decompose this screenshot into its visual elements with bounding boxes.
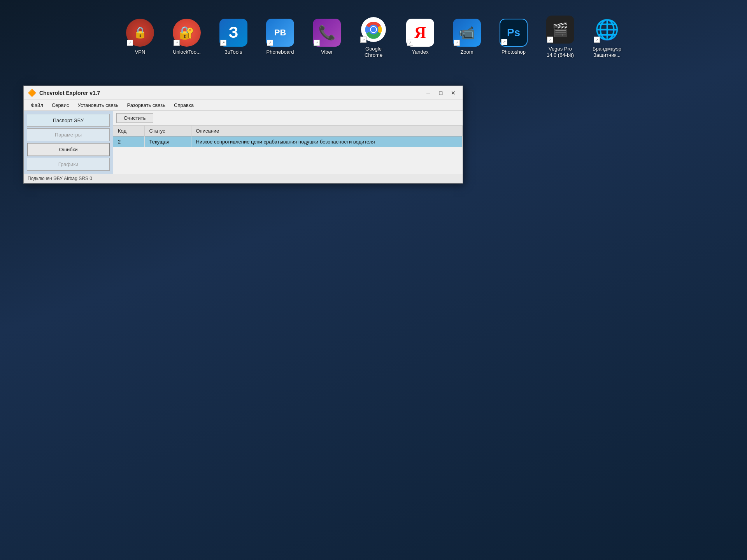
window-title-icon: 🔶	[28, 89, 36, 97]
viber-shortcut-arrow: ↗	[314, 40, 320, 46]
close-button[interactable]: ✕	[448, 89, 459, 97]
table-row[interactable]: 2 Текущая Низкое сопротивление цепи сраб…	[113, 136, 463, 147]
zoom-icon-img: 📹 ↗	[453, 19, 481, 47]
yandex-letter: Я	[414, 23, 426, 42]
sidebar-btn-params[interactable]: Параметры	[27, 128, 110, 141]
desktop-icon-yandex[interactable]: Я ↗ Yandex	[405, 19, 436, 55]
3utools-shortcut-arrow: ↗	[220, 40, 226, 46]
yandex-shortcut-arrow: ↗	[407, 40, 413, 46]
brandmauer-label: БрандмауэрЗащитник...	[593, 46, 621, 58]
clear-button[interactable]: Очистить	[116, 113, 153, 123]
zoom-label: Zoom	[460, 49, 473, 55]
desktop-icon-unlocktool[interactable]: 🔐 ↗ UnlockToo...	[171, 19, 202, 55]
unlocktool-icon-img: 🔐 ↗	[173, 19, 201, 47]
menu-file[interactable]: Файл	[27, 101, 47, 109]
chrome-label: GoogleChrome	[365, 46, 382, 58]
vegas-icon-img: 🎬 ↗	[546, 16, 574, 44]
viber-icon-img: 📞 ↗	[313, 19, 341, 47]
sidebar-btn-passport[interactable]: Паспорт ЭБУ	[27, 114, 110, 127]
menu-disconnect[interactable]: Разорвать связь	[123, 101, 169, 109]
desktop-icon-3utools[interactable]: З ↗ 3uTools	[218, 19, 249, 55]
desktop-icon-vegas[interactable]: 🎬 ↗ Vegas Pro14.0 (64-bit)	[545, 16, 576, 58]
chrome-icon-img: ↗	[359, 16, 388, 44]
zoom-shortcut-arrow: ↗	[454, 40, 460, 46]
menu-service[interactable]: Сервис	[48, 101, 73, 109]
3utools-icon-img: З ↗	[219, 19, 247, 47]
photoshop-icon-img: Ps ↗	[500, 19, 528, 47]
minimize-button[interactable]: ─	[423, 89, 434, 97]
status-bar: Подключен ЭБУ Airbag SRS 0	[24, 174, 463, 183]
window-titlebar: 🔶 Chevrolet Explorer v1.7 ─ □ ✕	[24, 86, 463, 100]
unlocktool-label: UnlockToo...	[173, 49, 201, 55]
maximize-button[interactable]: □	[435, 89, 446, 97]
desktop-icons-bar: 🔒 ↗ VPN 🔐 ↗ UnlockToo... З ↗ 3uTools PB …	[0, 12, 747, 62]
unlocktool-shortcut-arrow: ↗	[174, 40, 180, 46]
desktop-icon-viber[interactable]: 📞 ↗ Viber	[311, 19, 342, 55]
desktop-icon-photoshop[interactable]: Ps ↗ Photoshop	[498, 19, 529, 55]
sidebar: Паспорт ЭБУ Параметры Ошибки Графики	[24, 111, 113, 174]
brandmauer-icon-img: 🌐 ↗	[593, 16, 621, 44]
photoshop-shortcut-arrow: ↗	[501, 39, 507, 45]
sidebar-btn-errors[interactable]: Ошибки	[27, 143, 110, 156]
desktop-icon-phoneboard[interactable]: PB ↗ Phoneboard	[265, 19, 296, 55]
photoshop-label: Photoshop	[502, 49, 526, 55]
window-menubar: Файл Сервис Установить связь Разорвать с…	[24, 100, 463, 111]
cell-status: Текущая	[144, 136, 191, 147]
cell-code: 2	[113, 136, 144, 147]
sidebar-btn-graphs[interactable]: Графики	[27, 158, 110, 171]
errors-table: Код Статус Описание 2 Текущая Низкое соп…	[113, 126, 463, 147]
status-text: Подключен ЭБУ Airbag SRS 0	[28, 176, 92, 181]
app-window: 🔶 Chevrolet Explorer v1.7 ─ □ ✕ Файл Сер…	[23, 86, 463, 184]
col-header-description: Описание	[191, 126, 463, 136]
table-area[interactable]: Код Статус Описание 2 Текущая Низкое соп…	[113, 126, 463, 174]
yandex-icon-img: Я ↗	[406, 19, 434, 47]
cell-description: Низкое сопротивление цепи срабатывания п…	[191, 136, 463, 147]
phoneboard-icon-img: PB ↗	[266, 19, 294, 47]
desktop: 🔒 ↗ VPN 🔐 ↗ UnlockToo... З ↗ 3uTools PB …	[0, 0, 747, 560]
desktop-icon-brandmauer[interactable]: 🌐 ↗ БрандмауэрЗащитник...	[591, 16, 622, 58]
desktop-icon-vpn[interactable]: 🔒 ↗ VPN	[124, 19, 156, 55]
svg-point-3	[371, 27, 376, 32]
phoneboard-label: Phoneboard	[267, 49, 294, 55]
yandex-label: Yandex	[412, 49, 428, 55]
vegas-shortcut-arrow: ↗	[547, 37, 553, 43]
menu-connect[interactable]: Установить связь	[74, 101, 123, 109]
phoneboard-shortcut-arrow: ↗	[267, 40, 273, 46]
menu-help[interactable]: Справка	[170, 101, 198, 109]
window-controls: ─ □ ✕	[423, 89, 459, 97]
viber-label: Viber	[321, 49, 333, 55]
table-header-row: Код Статус Описание	[113, 126, 463, 136]
brandmauer-shortcut-arrow: ↗	[594, 37, 600, 43]
vpn-label: VPN	[135, 49, 146, 55]
desktop-icon-chrome[interactable]: ↗ GoogleChrome	[358, 16, 389, 58]
col-header-code: Код	[113, 126, 144, 136]
vegas-label: Vegas Pro14.0 (64-bit)	[547, 46, 574, 58]
desktop-icon-zoom[interactable]: 📹 ↗ Zoom	[451, 19, 482, 55]
content-toolbar: Очистить	[113, 111, 463, 126]
window-title: Chevrolet Explorer v1.7	[39, 90, 420, 96]
window-body: Паспорт ЭБУ Параметры Ошибки Графики Очи…	[24, 111, 463, 174]
main-content: Очистить Код Статус Описание	[113, 111, 463, 174]
col-header-status: Статус	[144, 126, 191, 136]
3utools-label: 3uTools	[225, 49, 242, 55]
chrome-shortcut-arrow: ↗	[360, 37, 366, 43]
vpn-shortcut-arrow: ↗	[127, 40, 133, 46]
